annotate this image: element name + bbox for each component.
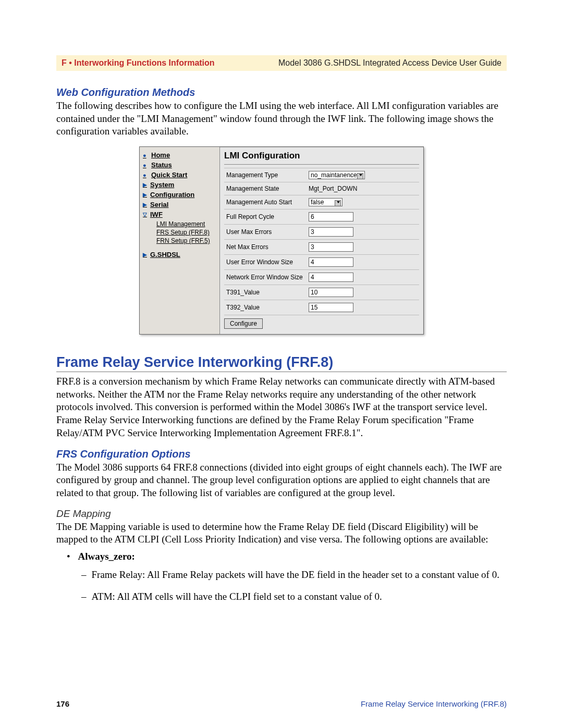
lmi-config-screenshot: ●Home ●Status ●Quick Start ▶System ▶Conf…: [139, 146, 424, 335]
input-net-err-win[interactable]: [309, 273, 353, 282]
nav-config-label: Configuration: [150, 191, 194, 199]
nav-sub-frn[interactable]: FRN Setup (FRF.5): [156, 237, 216, 244]
nav-iwf-label: IWF: [150, 211, 163, 218]
section-de-mapping-body: The DE Mapping variable is used to deter…: [56, 521, 507, 546]
chevron-down-icon: [337, 201, 340, 203]
nav-home-label: Home: [151, 151, 170, 159]
label-net-max-err: Net Max Errors: [224, 240, 307, 255]
nav-status-label: Status: [151, 161, 172, 169]
triangle-right-icon: ▶: [143, 202, 147, 207]
select-mgmt-type[interactable]: no_maintanence: [309, 171, 365, 179]
configure-button[interactable]: Configure: [224, 318, 263, 329]
section-frf8-title: Frame Relay Service Interworking (FRF.8): [56, 354, 507, 372]
triangle-right-icon: ▶: [143, 182, 147, 188]
bullet-icon: ●: [143, 152, 148, 158]
nav-serial[interactable]: ▶Serial: [143, 201, 216, 208]
row-user-err-win: User Error Window Size: [224, 255, 419, 270]
nav-gshdsl-label: G.SHDSL: [150, 251, 180, 258]
section-web-config-body: The following describes how to configure…: [56, 100, 507, 138]
select-auto-start-value: false: [311, 199, 324, 206]
nav-quick-label: Quick Start: [151, 171, 187, 179]
bullet-list: Always_zero: Frame Relay: All Frame Rela…: [56, 549, 507, 604]
row-net-max-err: Net Max Errors: [224, 240, 419, 255]
label-auto-start: Management Auto Start: [224, 195, 307, 209]
section-web-config-title: Web Configuration Methods: [56, 87, 507, 98]
row-full-report: Full Report Cycle: [224, 209, 419, 225]
config-table: Management Type no_maintanence Managemen…: [224, 168, 419, 315]
input-user-max-err[interactable]: [309, 227, 353, 237]
nav-serial-label: Serial: [150, 201, 168, 208]
triangle-down-icon: ▽: [143, 212, 147, 217]
row-mgmt-type: Management Type no_maintanence: [224, 168, 419, 182]
header-right: Model 3086 G.SHDSL Integrated Access Dev…: [278, 58, 501, 68]
label-full-report: Full Report Cycle: [224, 209, 307, 225]
label-net-err-win: Network Error Window Size: [224, 270, 307, 285]
page-number: 176: [56, 699, 69, 708]
label-t392: T392_Value: [224, 300, 307, 315]
nav-sub-frs[interactable]: FRS Setup (FRF.8): [156, 229, 216, 236]
dash-list: Frame Relay: All Frame Relay packets wil…: [67, 567, 507, 603]
divider: [224, 164, 419, 165]
row-net-err-win: Network Error Window Size: [224, 270, 419, 285]
select-auto-start[interactable]: false: [309, 198, 342, 206]
input-full-report[interactable]: [309, 212, 353, 221]
nav-iwf[interactable]: ▽IWF: [143, 211, 216, 218]
document-page: F • Interworking Functions Information M…: [0, 0, 563, 728]
row-t391: T391_Value: [224, 285, 419, 300]
label-t391: T391_Value: [224, 285, 307, 300]
nav-sub-lmi[interactable]: LMI Management: [156, 220, 216, 228]
nav-system-label: System: [150, 181, 174, 189]
bullet-icon: ●: [143, 172, 148, 178]
page-footer: 176 Frame Relay Service Interworking (FR…: [56, 699, 507, 708]
nav-panel: ●Home ●Status ●Quick Start ▶System ▶Conf…: [140, 147, 220, 334]
input-t391[interactable]: [309, 288, 353, 297]
row-user-max-err: User Max Errors: [224, 225, 419, 240]
panel-title: LMI Configuration: [224, 151, 419, 164]
nav-status[interactable]: ●Status: [143, 161, 216, 169]
nav-home[interactable]: ●Home: [143, 151, 216, 159]
section-frs-options-body: The Model 3086 supports 64 FRF.8 connect…: [56, 461, 507, 500]
bullet-icon: ●: [143, 162, 148, 168]
input-net-max-err[interactable]: [309, 242, 353, 252]
section-frf8-body: FRF.8 is a conversion mechanism by which…: [56, 375, 507, 439]
section-frs-options-title: FRS Configuration Options: [56, 448, 507, 460]
bullet-always-zero-label: Always_zero:: [78, 551, 134, 562]
chevron-down-icon: [359, 174, 362, 176]
footer-title: Frame Relay Service Interworking (FRF.8): [361, 699, 507, 708]
label-user-max-err: User Max Errors: [224, 225, 307, 240]
dash-atm: ATM: All ATM cells will have the CLPI fi…: [81, 589, 507, 604]
dash-frame-relay: Frame Relay: All Frame Relay packets wil…: [81, 567, 507, 582]
row-auto-start: Management Auto Start false: [224, 195, 419, 209]
page-header: F • Interworking Functions Information M…: [56, 55, 507, 71]
triangle-right-icon: ▶: [143, 192, 147, 198]
row-mgmt-state: Management State Mgt_Port_DOWN: [224, 182, 419, 195]
row-t392: T392_Value: [224, 300, 419, 315]
label-user-err-win: User Error Window Size: [224, 255, 307, 270]
nav-configuration[interactable]: ▶Configuration: [143, 191, 216, 199]
select-mgmt-type-value: no_maintanence: [311, 171, 357, 179]
nav-system[interactable]: ▶System: [143, 181, 216, 189]
section-de-mapping-title: DE Mapping: [56, 508, 507, 520]
config-panel: LMI Configuration Management Type no_mai…: [220, 147, 423, 334]
label-mgmt-state: Management State: [224, 182, 307, 195]
nav-quick-start[interactable]: ●Quick Start: [143, 171, 216, 179]
bullet-always-zero: Always_zero: Frame Relay: All Frame Rela…: [67, 549, 507, 604]
input-t392[interactable]: [309, 303, 353, 312]
nav-gshdsl[interactable]: ▶G.SHDSL: [143, 251, 216, 258]
input-user-err-win[interactable]: [309, 257, 353, 267]
triangle-right-icon: ▶: [143, 252, 147, 257]
header-left: F • Interworking Functions Information: [62, 58, 215, 68]
label-mgmt-type: Management Type: [224, 168, 307, 182]
value-mgmt-state: Mgt_Port_DOWN: [307, 182, 419, 195]
